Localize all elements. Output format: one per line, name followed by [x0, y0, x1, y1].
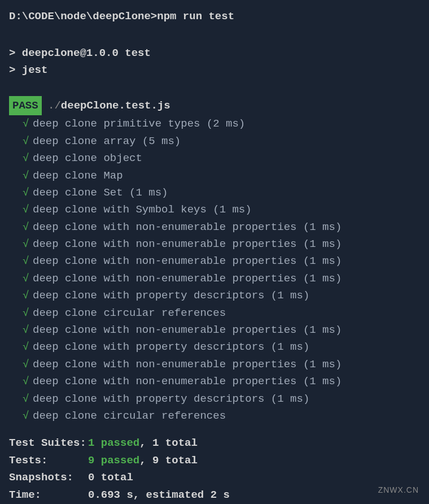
test-result-row: √deep clone with non-enumerable properti… [9, 321, 420, 338]
test-summary: Test Suites:1 passed, 1 total Tests:9 pa… [9, 435, 420, 503]
test-name: deep clone with property descriptors (1 … [33, 341, 309, 353]
check-icon: √ [23, 390, 33, 407]
test-name: deep clone circular references [33, 410, 226, 422]
test-name: deep clone with property descriptors (1 … [33, 289, 309, 302]
test-result-row: √deep clone circular references [9, 407, 420, 424]
check-icon: √ [23, 115, 33, 132]
test-result-row: √deep clone with non-enumerable properti… [9, 373, 420, 390]
npm-script-line: > deepclone@1.0.0 test [9, 45, 420, 62]
test-results-list: √deep clone primitive types (2 ms)√deep … [9, 115, 420, 424]
test-result-row: √deep clone with non-enumerable properti… [9, 253, 420, 270]
check-icon: √ [23, 201, 33, 218]
summary-snapshots-value: 0 total [88, 471, 133, 484]
summary-suites-label: Test Suites: [9, 435, 88, 451]
summary-time-label: Time: [9, 486, 88, 503]
test-name: deep clone array (5 ms) [33, 135, 181, 147]
test-name: deep clone with non-enumerable propertie… [33, 221, 342, 233]
test-result-row: √deep clone with non-enumerable properti… [9, 270, 420, 287]
pass-badge: PASS [9, 96, 42, 115]
check-icon: √ [23, 253, 33, 270]
test-result-row: √deep clone with non-enumerable properti… [9, 219, 420, 236]
test-name: deep clone with non-enumerable propertie… [33, 255, 342, 267]
test-name: deep clone with Symbol keys (1 ms) [33, 203, 252, 216]
summary-snapshots-label: Snapshots: [9, 469, 88, 486]
test-result-row: √deep clone primitive types (2 ms) [9, 115, 420, 132]
summary-tests-passed: 9 passed [88, 454, 139, 467]
test-name: deep clone circular references [33, 307, 226, 319]
summary-tests-total: , 9 total [139, 454, 198, 467]
test-name: deep clone with property descriptors (1 … [33, 393, 309, 405]
test-name: deep clone with non-enumerable propertie… [33, 238, 342, 250]
test-result-row: √deep clone with property descriptors (1… [9, 338, 420, 355]
test-result-row: √deep clone with property descriptors (1… [9, 390, 420, 407]
test-result-row: √deep clone object [9, 150, 420, 167]
summary-snapshots: Snapshots:0 total [9, 469, 420, 486]
test-name: deep clone object [33, 152, 142, 164]
test-result-row: √deep clone with Symbol keys (1 ms) [9, 201, 420, 218]
summary-suites-passed: 1 passed [88, 437, 139, 449]
summary-tests-label: Tests: [9, 452, 88, 469]
test-result-row: √deep clone with non-enumerable properti… [9, 236, 420, 253]
check-icon: √ [23, 287, 33, 304]
test-name: deep clone with non-enumerable propertie… [33, 272, 342, 285]
test-name: deep clone with non-enumerable propertie… [33, 324, 342, 336]
test-result-row: √deep clone with property descriptors (1… [9, 287, 420, 304]
watermark: ZNWX.CN [378, 484, 419, 496]
test-name: deep clone with non-enumerable propertie… [33, 375, 342, 388]
summary-suites-total: , 1 total [139, 437, 198, 449]
check-icon: √ [23, 150, 33, 167]
summary-time: Time:0.693 s, estimated 2 s [9, 486, 420, 503]
check-icon: √ [23, 305, 33, 321]
test-file-name: deepClone.test.js [61, 99, 170, 112]
jest-line: > jest [9, 62, 420, 79]
test-name: deep clone Set (1 ms) [33, 186, 168, 199]
blank-line [9, 27, 420, 44]
blank-line [9, 79, 420, 96]
test-name: deep clone with non-enumerable propertie… [33, 358, 342, 371]
check-icon: √ [23, 356, 33, 373]
check-icon: √ [23, 321, 33, 338]
test-result-row: √deep clone with non-enumerable properti… [9, 356, 420, 373]
test-result-row: √deep clone circular references [9, 305, 420, 321]
test-name: deep clone primitive types (2 ms) [33, 118, 245, 130]
check-icon: √ [23, 184, 33, 201]
summary-tests: Tests:9 passed, 9 total [9, 452, 420, 469]
summary-time-value: 0.693 s, estimated 2 s [88, 489, 230, 501]
summary-suites: Test Suites:1 passed, 1 total [9, 435, 420, 451]
check-icon: √ [23, 133, 33, 150]
check-icon: √ [23, 270, 33, 287]
test-result-row: √deep clone array (5 ms) [9, 133, 420, 150]
test-file-header: PASS ./deepClone.test.js [9, 96, 420, 115]
check-icon: √ [23, 219, 33, 236]
check-icon: √ [23, 236, 33, 253]
test-result-row: √deep clone Set (1 ms) [9, 184, 420, 201]
check-icon: √ [23, 338, 33, 355]
check-icon: √ [23, 167, 33, 184]
test-file-path: ./ [42, 99, 61, 112]
command-prompt: D:\CODE\node\deepClone>npm run test [9, 8, 420, 25]
check-icon: √ [23, 407, 33, 424]
test-name: deep clone Map [33, 170, 123, 182]
test-result-row: √deep clone Map [9, 167, 420, 184]
check-icon: √ [23, 373, 33, 390]
